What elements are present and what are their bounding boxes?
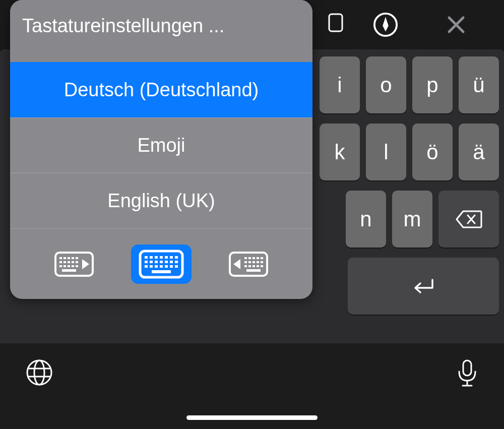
svg-rect-26 xyxy=(160,256,163,259)
svg-rect-19 xyxy=(72,265,74,267)
pen-circle-icon[interactable] xyxy=(373,12,398,37)
copy-icon[interactable] xyxy=(323,12,348,37)
svg-rect-0 xyxy=(329,14,342,31)
key-l[interactable]: l xyxy=(366,124,406,180)
svg-rect-38 xyxy=(150,265,153,268)
close-icon[interactable] xyxy=(444,12,469,37)
keyboard-option-german[interactable]: Deutsch (Deutschland) xyxy=(10,62,312,117)
svg-rect-46 xyxy=(244,257,247,259)
key-ue[interactable]: ü xyxy=(459,56,499,113)
keyboard-bottom-bar xyxy=(0,343,504,429)
svg-rect-23 xyxy=(145,256,148,259)
svg-rect-60 xyxy=(261,265,263,267)
key-o[interactable]: o xyxy=(366,56,406,113)
svg-rect-24 xyxy=(150,256,153,259)
svg-rect-15 xyxy=(76,261,78,263)
svg-rect-20 xyxy=(76,265,78,267)
keyboard-settings-item[interactable]: Tastatureinstellungen ... xyxy=(10,0,312,62)
key-p[interactable]: p xyxy=(412,56,453,113)
svg-rect-32 xyxy=(155,261,158,263)
svg-rect-27 xyxy=(165,256,168,259)
svg-rect-18 xyxy=(68,265,70,267)
keyboard-dock-row xyxy=(10,228,312,299)
home-indicator[interactable] xyxy=(186,415,318,420)
svg-rect-34 xyxy=(165,261,168,263)
globe-icon[interactable] xyxy=(25,358,53,387)
svg-rect-6 xyxy=(59,257,62,259)
svg-rect-36 xyxy=(175,261,178,263)
svg-rect-54 xyxy=(257,261,259,263)
svg-rect-40 xyxy=(160,265,163,268)
svg-rect-29 xyxy=(175,256,178,259)
svg-rect-17 xyxy=(64,265,66,267)
svg-rect-4 xyxy=(463,360,471,376)
svg-rect-59 xyxy=(257,265,259,267)
svg-rect-37 xyxy=(145,265,148,268)
svg-rect-42 xyxy=(170,265,173,268)
svg-rect-58 xyxy=(253,265,255,267)
svg-rect-47 xyxy=(248,257,251,259)
key-k[interactable]: k xyxy=(320,124,360,180)
svg-rect-44 xyxy=(152,270,171,273)
microphone-icon[interactable] xyxy=(456,358,479,390)
svg-rect-16 xyxy=(59,265,62,267)
svg-rect-51 xyxy=(244,261,247,263)
svg-rect-57 xyxy=(248,265,251,267)
svg-rect-30 xyxy=(145,261,148,263)
svg-rect-33 xyxy=(160,261,163,263)
svg-rect-50 xyxy=(261,257,263,259)
svg-rect-56 xyxy=(244,265,247,267)
dock-right-button[interactable] xyxy=(218,244,279,284)
svg-rect-12 xyxy=(64,261,66,263)
svg-rect-61 xyxy=(246,269,261,272)
key-i[interactable]: i xyxy=(320,56,360,113)
keyboard-switcher-popup: Tastatureinstellungen ... Deutsch (Deuts… xyxy=(10,0,312,299)
dock-center-button[interactable] xyxy=(131,244,192,284)
svg-point-2 xyxy=(27,360,51,385)
svg-rect-53 xyxy=(253,261,255,263)
svg-rect-41 xyxy=(165,265,168,268)
svg-rect-9 xyxy=(72,257,74,259)
svg-rect-48 xyxy=(253,257,255,259)
svg-rect-55 xyxy=(261,261,263,263)
keyboard-option-emoji[interactable]: Emoji xyxy=(10,117,312,173)
key-n[interactable]: n xyxy=(346,191,386,248)
dock-left-button[interactable] xyxy=(44,244,104,284)
svg-rect-21 xyxy=(62,269,76,272)
key-oe[interactable]: ö xyxy=(412,124,453,180)
svg-rect-11 xyxy=(59,261,62,263)
svg-rect-49 xyxy=(257,257,259,259)
key-ae[interactable]: ä xyxy=(459,124,499,180)
svg-rect-31 xyxy=(150,261,153,263)
keyboard-option-english-uk[interactable]: English (UK) xyxy=(10,173,312,228)
svg-rect-35 xyxy=(170,261,173,263)
backspace-key[interactable] xyxy=(438,191,499,248)
svg-rect-14 xyxy=(72,261,74,263)
svg-rect-7 xyxy=(64,257,66,259)
key-m[interactable]: m xyxy=(392,191,432,248)
svg-rect-10 xyxy=(76,257,78,259)
svg-point-3 xyxy=(34,360,44,385)
svg-rect-28 xyxy=(170,256,173,259)
svg-rect-25 xyxy=(155,256,158,259)
enter-key[interactable] xyxy=(348,258,499,315)
svg-rect-8 xyxy=(68,257,70,259)
svg-rect-43 xyxy=(175,265,178,268)
svg-rect-39 xyxy=(155,265,158,268)
svg-rect-52 xyxy=(248,261,251,263)
svg-rect-22 xyxy=(140,251,182,277)
svg-rect-13 xyxy=(68,261,70,263)
